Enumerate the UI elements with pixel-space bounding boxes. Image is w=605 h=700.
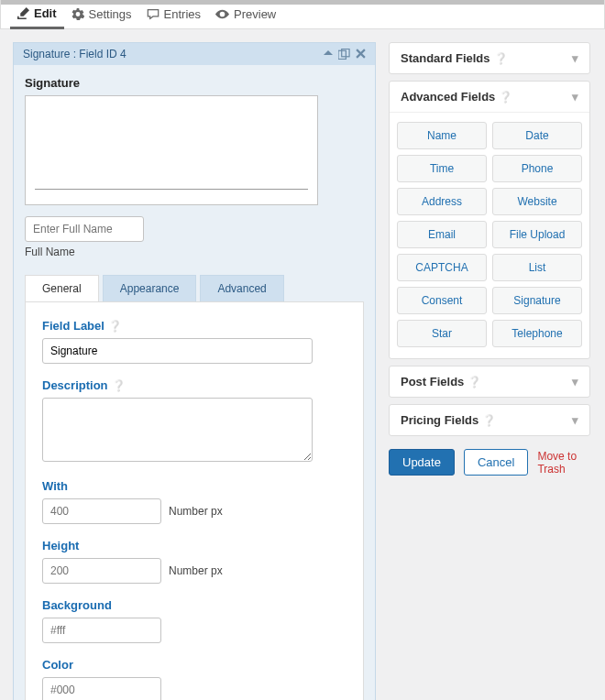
description-input[interactable] [42, 398, 313, 462]
field-btn-website[interactable]: Website [492, 188, 582, 215]
field-btn-phone[interactable]: Phone [492, 155, 582, 182]
action-row: Update Cancel Move to Trash [389, 449, 590, 476]
field-btn-name[interactable]: Name [397, 122, 487, 149]
help-icon[interactable]: ❔ [108, 320, 122, 333]
field-btn-list[interactable]: List [492, 254, 582, 281]
panel-title: Post Fields [401, 375, 464, 388]
color-input[interactable] [42, 677, 161, 700]
field-btn-time[interactable]: Time [397, 155, 487, 182]
field-btn-star[interactable]: Star [397, 320, 487, 347]
update-button[interactable]: Update [389, 449, 455, 476]
tab-label: Preview [234, 7, 276, 21]
field-btn-captcha[interactable]: CAPTCHA [397, 254, 487, 281]
field-card-title: Signature : Field ID 4 [23, 48, 126, 60]
chevron-down-icon: ▾ [572, 375, 578, 388]
speech-bubble-icon [147, 8, 160, 20]
eye-icon [215, 8, 229, 20]
chevron-down-icon: ▾ [572, 413, 578, 427]
standard-fields-panel: Standard Fields❔ ▾ [389, 42, 590, 74]
tab-label: Edit [34, 6, 57, 20]
post-fields-panel: Post Fields❔ ▾ [389, 366, 590, 398]
chevron-down-icon: ▾ [572, 90, 578, 104]
tab-advanced[interactable]: Advanced [200, 275, 283, 301]
cancel-button[interactable]: Cancel [464, 449, 528, 476]
tab-label: Entries [164, 7, 201, 21]
field-btn-email[interactable]: Email [397, 221, 487, 248]
panel-title: Pricing Fields [401, 413, 478, 427]
field-editor-card: Signature : Field ID 4 Signature Full Na… [13, 42, 376, 700]
help-icon[interactable]: ❔ [499, 91, 512, 104]
field-btn-signature[interactable]: Signature [492, 287, 582, 314]
full-name-input[interactable] [25, 216, 144, 242]
inner-tabs: General Appearance Advanced [25, 275, 364, 301]
gears-icon [72, 8, 84, 20]
move-to-trash-link[interactable]: Move to Trash [537, 450, 590, 476]
field-label-input[interactable] [42, 338, 313, 364]
advanced-fields-header[interactable]: Advanced Fields❔ ▾ [390, 82, 589, 112]
close-icon[interactable] [356, 49, 366, 60]
signature-line [35, 189, 308, 190]
full-name-sublabel: Full Name [25, 246, 364, 258]
field-btn-address[interactable]: Address [397, 188, 487, 215]
field-btn-file-upload[interactable]: File Upload [492, 221, 582, 248]
help-icon[interactable]: ❔ [468, 376, 481, 388]
general-panel: Field Label❔ Description❔ With Number px [25, 301, 364, 700]
field-btn-date[interactable]: Date [492, 122, 582, 149]
field-btn-consent[interactable]: Consent [397, 287, 487, 314]
field-card-header: Signature : Field ID 4 [14, 43, 375, 65]
color-label: Color [42, 658, 73, 672]
field-label-label: Field Label [42, 319, 104, 333]
tab-label: Settings [89, 7, 132, 21]
help-icon[interactable]: ❔ [494, 52, 508, 65]
collapse-icon[interactable] [324, 49, 333, 60]
chevron-down-icon: ▾ [572, 51, 578, 65]
pricing-fields-header[interactable]: Pricing Fields❔ ▾ [390, 405, 589, 435]
top-tabs: Edit Settings Entries Preview [0, 0, 605, 29]
width-unit: Number px [169, 505, 223, 518]
background-input[interactable] [42, 618, 161, 643]
tab-appearance[interactable]: Appearance [103, 275, 197, 301]
signature-pad[interactable] [25, 95, 318, 205]
panel-title: Advanced Fields [401, 90, 495, 104]
help-icon[interactable]: ❔ [112, 379, 126, 392]
panel-title: Standard Fields [401, 51, 490, 65]
height-label: Height [42, 539, 79, 552]
advanced-fields-body: Name Date Time Phone Address Website Ema… [390, 112, 589, 358]
preview-field-label: Signature [25, 76, 364, 90]
description-label: Description [42, 378, 108, 392]
post-fields-header[interactable]: Post Fields❔ ▾ [390, 366, 589, 397]
duplicate-icon[interactable] [338, 49, 350, 60]
pencil-square-icon [17, 7, 29, 19]
width-input[interactable] [42, 498, 161, 524]
field-btn-telephone[interactable]: Telephone [492, 320, 582, 347]
advanced-fields-panel: Advanced Fields❔ ▾ Name Date Time Phone … [389, 81, 590, 359]
help-icon[interactable]: ❔ [482, 414, 496, 427]
standard-fields-header[interactable]: Standard Fields❔ ▾ [390, 43, 589, 73]
pricing-fields-panel: Pricing Fields❔ ▾ [389, 404, 590, 436]
tab-general[interactable]: General [25, 275, 99, 301]
height-input[interactable] [42, 558, 161, 584]
background-label: Background [42, 598, 112, 612]
height-unit: Number px [169, 564, 223, 577]
width-label: With [42, 479, 68, 493]
